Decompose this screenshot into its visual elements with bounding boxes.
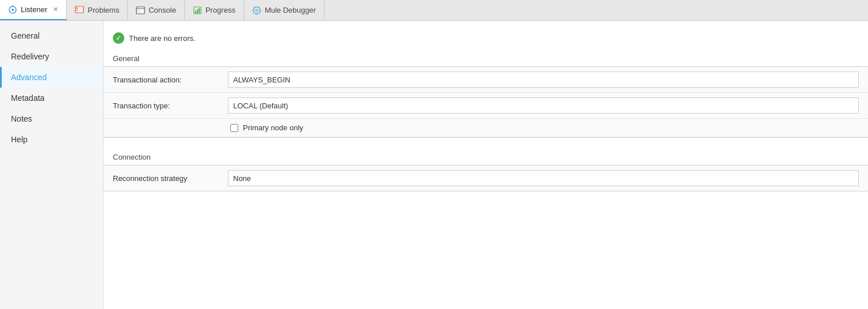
- sidebar-item-redelivery-label: Redelivery: [11, 52, 49, 61]
- status-icon: ✓: [113, 32, 124, 44]
- content-area: ✓ There are no errors. General Transacti…: [104, 21, 868, 309]
- console-icon: >_: [136, 6, 145, 15]
- svg-rect-14: [199, 8, 200, 13]
- primary-node-only-row: Primary node only: [104, 119, 868, 137]
- connection-section: Connection Reconnection strategy None: [104, 149, 868, 191]
- tab-listener[interactable]: Listener ✕: [0, 0, 67, 20]
- tab-console[interactable]: >_ Console: [128, 0, 185, 20]
- reconnection-strategy-value[interactable]: None: [228, 170, 859, 186]
- status-bar: ✓ There are no errors.: [104, 28, 868, 51]
- general-section-label: General: [104, 51, 868, 66]
- tab-progress[interactable]: Progress: [185, 0, 244, 20]
- sidebar-item-advanced-label: Advanced: [11, 73, 47, 82]
- transaction-type-label: Transaction type:: [113, 101, 228, 110]
- svg-line-17: [254, 6, 255, 7]
- connection-section-box: Reconnection strategy None: [104, 165, 868, 191]
- primary-node-only-checkbox[interactable]: [230, 124, 238, 132]
- sidebar: General Redelivery Advanced Metadata Not…: [0, 21, 104, 309]
- svg-rect-12: [195, 11, 196, 13]
- svg-line-18: [258, 6, 260, 7]
- sidebar-item-help[interactable]: Help: [0, 129, 103, 150]
- transaction-type-value[interactable]: LOCAL (Default): [228, 97, 859, 114]
- svg-point-1: [12, 9, 14, 11]
- connection-section-label: Connection: [104, 149, 868, 165]
- svg-point-16: [256, 9, 258, 12]
- tab-problems-label: Problems: [87, 6, 119, 14]
- tab-listener-close[interactable]: ✕: [53, 6, 58, 13]
- svg-point-15: [253, 7, 260, 14]
- svg-point-5: [77, 9, 78, 11]
- sidebar-item-general[interactable]: General: [0, 25, 103, 46]
- transactional-action-value[interactable]: ALWAYS_BEGIN: [228, 71, 859, 88]
- reconnection-strategy-row: Reconnection strategy None: [104, 165, 868, 191]
- transactional-action-row: Transactional action: ALWAYS_BEGIN: [104, 67, 868, 93]
- svg-rect-3: [75, 6, 83, 13]
- transactional-action-label: Transactional action:: [113, 76, 228, 84]
- tab-listener-label: Listener: [21, 5, 47, 14]
- tab-mule-debugger-label: Mule Debugger: [265, 6, 316, 14]
- status-message: There are no errors.: [129, 34, 196, 43]
- tab-mule-debugger[interactable]: Mule Debugger: [244, 0, 325, 20]
- sidebar-item-general-label: General: [11, 31, 40, 40]
- progress-icon: [193, 6, 202, 15]
- mule-debugger-icon: [252, 6, 261, 15]
- sidebar-item-notes[interactable]: Notes: [0, 108, 103, 129]
- tab-problems[interactable]: Problems: [67, 0, 128, 20]
- tab-progress-label: Progress: [205, 6, 235, 14]
- sidebar-item-advanced[interactable]: Advanced: [0, 67, 103, 88]
- sidebar-item-help-label: Help: [11, 135, 28, 144]
- main-layout: General Redelivery Advanced Metadata Not…: [0, 21, 868, 309]
- problems-icon: [75, 6, 84, 15]
- svg-rect-13: [197, 9, 198, 13]
- transaction-type-row: Transaction type: LOCAL (Default): [104, 93, 868, 119]
- tab-bar: Listener ✕ Problems >_ Console: [0, 0, 868, 21]
- sidebar-item-redelivery[interactable]: Redelivery: [0, 46, 103, 67]
- sidebar-item-metadata-label: Metadata: [11, 93, 44, 103]
- svg-text:>_: >_: [138, 9, 141, 13]
- reconnection-strategy-label: Reconnection strategy: [113, 174, 228, 183]
- general-section: General Transactional action: ALWAYS_BEG…: [104, 51, 868, 138]
- listener-icon: [8, 5, 17, 14]
- primary-node-only-label: Primary node only: [243, 123, 303, 132]
- tab-console-label: Console: [149, 6, 176, 14]
- sidebar-item-notes-label: Notes: [11, 114, 32, 123]
- sidebar-item-metadata[interactable]: Metadata: [0, 88, 103, 108]
- svg-point-4: [77, 7, 78, 9]
- general-section-box: Transactional action: ALWAYS_BEGIN Trans…: [104, 66, 868, 138]
